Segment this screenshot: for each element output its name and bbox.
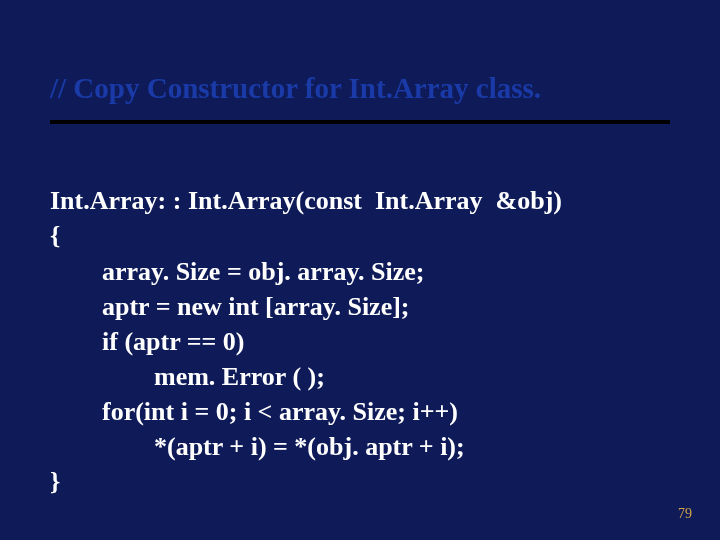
code-line: for(int i = 0; i < array. Size; i++) — [50, 397, 458, 426]
code-line: Int.Array: : Int.Array(const Int.Array &… — [50, 186, 562, 215]
page-number: 79 — [678, 506, 692, 522]
code-line: if (aptr == 0) — [50, 327, 245, 356]
slide-title: // Copy Constructor for Int.Array class. — [50, 70, 670, 106]
code-line: *(aptr + i) = *(obj. aptr + i); — [50, 432, 465, 461]
code-line: array. Size = obj. array. Size; — [50, 257, 424, 286]
code-line: { — [50, 221, 60, 250]
code-line: mem. Error ( ); — [50, 362, 325, 391]
title-divider — [50, 120, 670, 124]
code-block: Int.Array: : Int.Array(const Int.Array &… — [50, 148, 670, 499]
code-line: aptr = new int [array. Size]; — [50, 292, 410, 321]
slide: // Copy Constructor for Int.Array class.… — [0, 0, 720, 540]
code-line: } — [50, 467, 60, 496]
